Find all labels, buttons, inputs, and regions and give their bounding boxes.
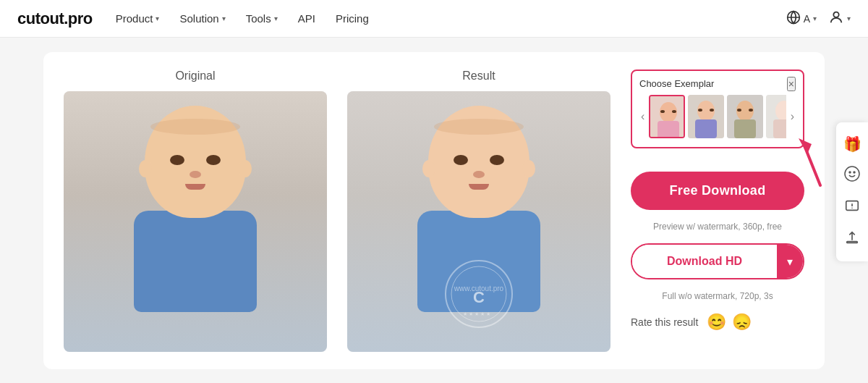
rate-label: Rate this result — [631, 316, 698, 328]
user-menu[interactable]: ▾ — [828, 9, 851, 28]
chevron-down-icon: ▾ — [787, 255, 793, 269]
main-content: Original — [0, 38, 868, 383]
hd-info-text: Full w/o watermark, 720p, 3s — [631, 291, 804, 301]
svg-rect-24 — [773, 119, 786, 138]
right-panel: Choose Exemplar × ‹ — [631, 70, 804, 352]
carousel-next-button[interactable]: › — [789, 109, 796, 125]
language-selector[interactable]: A ▾ — [786, 10, 817, 27]
result-panel: Result — [347, 70, 610, 352]
svg-rect-9 — [658, 121, 679, 138]
carousel-images — [649, 95, 786, 138]
svg-point-27 — [845, 167, 859, 181]
nav-product[interactable]: Product ▾ — [116, 12, 160, 25]
exemplar-thumb-1[interactable] — [649, 95, 685, 138]
chevron-down-icon: ▾ — [156, 14, 159, 22]
svg-rect-31 — [847, 242, 858, 243]
chevron-down-icon: ▾ — [222, 14, 226, 22]
result-image-box: www.cutout.pro C ★ ★ ★ ★ ★ — [347, 91, 610, 352]
chevron-down-icon: ▾ — [274, 14, 278, 22]
nav-api[interactable]: API — [298, 12, 315, 25]
svg-point-28 — [849, 172, 851, 173]
preview-info-text: Preview w/ watermark, 360p, free — [631, 222, 804, 232]
free-download-button[interactable]: Free Download — [631, 172, 804, 210]
svg-point-1 — [833, 12, 838, 17]
workspace: Original — [43, 52, 825, 369]
upload-icon — [844, 230, 860, 249]
svg-point-11 — [672, 110, 676, 113]
nav-tools[interactable]: Tools ▾ — [246, 12, 278, 25]
chevron-down-icon: ▾ — [813, 14, 817, 22]
watermark: www.cutout.pro C ★ ★ ★ ★ ★ — [443, 258, 515, 330]
arrow-annotation — [799, 138, 842, 192]
happy-rate-icon[interactable]: 😊 — [707, 313, 726, 332]
logo[interactable]: cutout.pro — [17, 9, 93, 28]
rate-row: Rate this result 😊 😞 — [631, 313, 804, 332]
face-icon — [843, 165, 861, 186]
logo-text: cutout.pro — [17, 9, 93, 28]
user-icon — [828, 9, 844, 28]
svg-point-20 — [737, 109, 741, 111]
exemplar-close-button[interactable]: × — [787, 77, 796, 91]
original-panel: Original — [64, 70, 327, 352]
result-label: Result — [462, 70, 495, 83]
svg-rect-14 — [695, 119, 717, 138]
chevron-down-icon: ▾ — [847, 14, 851, 22]
float-face-button[interactable] — [836, 160, 868, 192]
carousel-prev-button[interactable]: ‹ — [639, 109, 646, 125]
rate-icons: 😊 😞 — [707, 313, 752, 332]
exemplar-carousel: ‹ — [639, 95, 796, 138]
download-hd-dropdown-button[interactable]: ▾ — [777, 245, 803, 278]
float-alert-button[interactable] — [836, 192, 868, 224]
sad-rate-icon[interactable]: 😞 — [732, 313, 752, 332]
svg-rect-19 — [734, 119, 756, 138]
float-gift-button[interactable]: 🎁 — [836, 128, 868, 160]
header: cutout.pro Product ▾ Solution ▾ Tools ▾ … — [0, 0, 868, 38]
exemplar-thumb-3[interactable] — [727, 95, 763, 138]
svg-line-25 — [804, 146, 820, 185]
svg-point-29 — [854, 172, 855, 173]
float-upload-button[interactable] — [836, 224, 868, 256]
svg-point-16 — [710, 109, 714, 111]
svg-text:★ ★ ★ ★ ★: ★ ★ ★ ★ ★ — [463, 311, 490, 316]
translate-icon — [786, 10, 801, 27]
baby-head-result — [428, 106, 529, 218]
baby-head-original — [145, 106, 246, 218]
exemplar-thumb-2[interactable] — [688, 95, 724, 138]
original-image-box — [64, 91, 327, 352]
original-label: Original — [175, 70, 215, 83]
floating-sidebar: 🎁 — [836, 122, 868, 261]
nav-pricing[interactable]: Pricing — [336, 12, 369, 25]
alert-icon — [844, 198, 860, 217]
header-right: A ▾ ▾ — [786, 9, 851, 28]
main-nav: Product ▾ Solution ▾ Tools ▾ API Pricing — [116, 12, 763, 25]
exemplar-box: Choose Exemplar × ‹ — [631, 70, 804, 148]
exemplar-title: Choose Exemplar — [639, 78, 796, 89]
svg-point-21 — [749, 109, 753, 111]
svg-point-15 — [698, 109, 702, 111]
svg-point-10 — [660, 110, 665, 113]
download-hd-row: Download HD ▾ — [631, 243, 804, 279]
svg-text:C: C — [473, 288, 485, 306]
exemplar-thumb-4[interactable] — [766, 95, 786, 138]
download-hd-button[interactable]: Download HD — [632, 245, 777, 278]
nav-solution[interactable]: Solution ▾ — [179, 12, 225, 25]
gift-icon: 🎁 — [843, 135, 861, 153]
